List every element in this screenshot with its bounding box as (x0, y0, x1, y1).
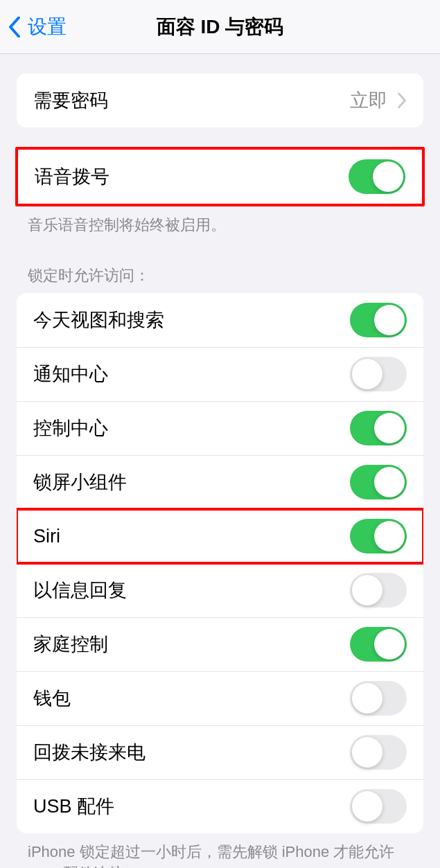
lock-access-row: 钱包 (17, 671, 423, 725)
lock-access-label: 以信息回复 (33, 578, 127, 603)
lock-access-row: 以信息回复 (17, 563, 423, 617)
toggle-knob (374, 467, 405, 497)
lock-access-row: USB 配件 (17, 779, 423, 833)
require-passcode-group: 需要密码 立即 (17, 73, 423, 127)
lock-access-row: 今天视图和搜索 (17, 293, 423, 347)
lock-access-toggle[interactable] (350, 303, 407, 337)
toggle-knob (373, 161, 403, 192)
lock-access-toggle[interactable] (350, 681, 407, 716)
toggle-knob (374, 305, 405, 335)
voice-dial-toggle[interactable] (349, 159, 405, 194)
lock-access-group: 今天视图和搜索通知中心控制中心锁屏小组件Siri以信息回复家庭控制钱包回拨未接来… (17, 293, 423, 833)
toggle-knob (352, 791, 382, 822)
toggle-knob (374, 413, 405, 443)
page-title: 面容 ID 与密码 (157, 14, 284, 40)
lock-access-row: 锁屏小组件 (17, 455, 423, 509)
lock-access-toggle[interactable] (350, 465, 407, 499)
lock-access-row: 家庭控制 (17, 617, 423, 671)
toggle-knob (374, 629, 405, 659)
highlight-voice-dial: 语音拨号 (15, 147, 425, 206)
toggle-knob (352, 575, 382, 605)
voice-dial-label: 语音拨号 (35, 164, 109, 189)
navigation-header: 设置 面容 ID 与密码 (0, 0, 440, 54)
toggle-knob (374, 521, 405, 551)
lock-access-footer: iPhone 锁定超过一小时后，需先解锁 iPhone 才能允许 USB 配件连… (0, 833, 440, 868)
toggle-knob (352, 359, 382, 389)
chevron-right-icon (397, 93, 407, 108)
toggle-knob (352, 737, 382, 768)
require-passcode-value: 立即 (350, 88, 387, 113)
require-passcode-row[interactable]: 需要密码 立即 (17, 73, 423, 127)
voice-dial-footer: 音乐语音控制将始终被启用。 (0, 206, 440, 236)
lock-access-label: USB 配件 (33, 794, 114, 819)
lock-access-toggle[interactable] (350, 573, 407, 608)
lock-access-label: 控制中心 (33, 416, 108, 441)
back-label: 设置 (28, 14, 67, 40)
lock-access-toggle[interactable] (350, 735, 407, 770)
lock-access-row: Siri (17, 509, 423, 563)
lock-access-row: 回拨未接来电 (17, 725, 423, 779)
voice-dial-row: 语音拨号 (18, 150, 422, 204)
lock-access-label: 家庭控制 (33, 632, 108, 657)
lock-access-toggle[interactable] (350, 411, 407, 445)
lock-access-label: 锁屏小组件 (33, 470, 127, 495)
lock-access-label: 通知中心 (33, 362, 108, 387)
chevron-left-icon (8, 17, 21, 37)
lock-access-toggle[interactable] (350, 627, 407, 662)
voice-dial-group: 语音拨号 (18, 150, 422, 204)
require-passcode-label: 需要密码 (33, 88, 108, 113)
lock-access-label: 回拨未接来电 (33, 740, 146, 765)
lock-access-toggle[interactable] (350, 519, 407, 553)
lock-access-label: Siri (33, 526, 60, 547)
lock-access-toggle[interactable] (350, 789, 407, 824)
toggle-knob (352, 683, 382, 714)
lock-access-row: 控制中心 (17, 401, 423, 455)
lock-access-toggle[interactable] (350, 357, 407, 391)
lock-access-row: 通知中心 (17, 347, 423, 401)
lock-access-header: 锁定时允许访问： (0, 236, 440, 293)
lock-access-label: 钱包 (33, 686, 71, 711)
lock-access-label: 今天视图和搜索 (33, 308, 164, 333)
back-button[interactable]: 设置 (0, 14, 67, 40)
